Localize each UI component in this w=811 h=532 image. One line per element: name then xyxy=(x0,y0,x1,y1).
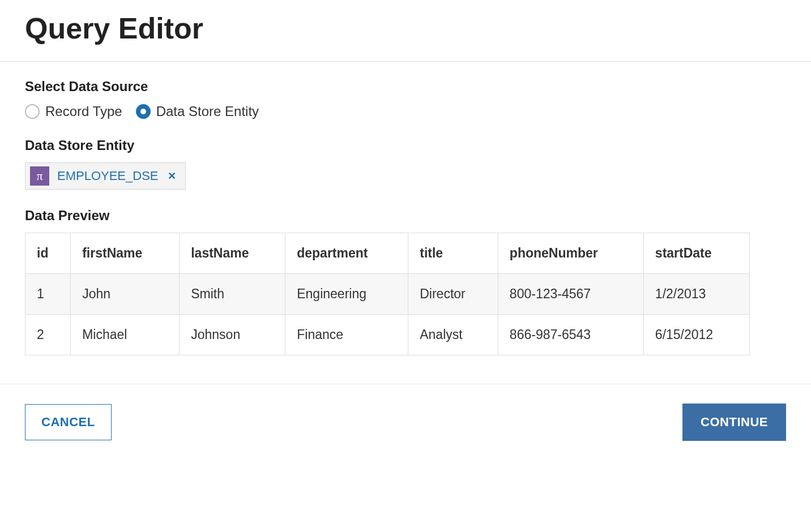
col-lastname: lastName xyxy=(180,233,285,274)
footer: CANCEL CONTINUE xyxy=(0,384,811,460)
cell-startdate: 1/2/2013 xyxy=(643,274,749,315)
cell-title: Director xyxy=(408,274,498,315)
cell-id: 2 xyxy=(25,315,71,355)
preview-label: Data Preview xyxy=(25,208,786,224)
cell-phonenumber: 866-987-6543 xyxy=(498,315,643,355)
cell-lastname: Johnson xyxy=(180,315,285,355)
radio-record-type[interactable]: Record Type xyxy=(25,104,122,119)
close-icon[interactable]: ✕ xyxy=(167,170,177,182)
cell-phonenumber: 800-123-4567 xyxy=(498,274,643,315)
radio-data-store-entity-label: Data Store Entity xyxy=(156,104,259,119)
cell-lastname: Smith xyxy=(180,274,285,315)
cell-department: Engineering xyxy=(285,274,408,315)
entity-chip[interactable]: π EMPLOYEE_DSE ✕ xyxy=(25,162,186,190)
radio-checked-icon xyxy=(136,104,151,119)
cell-firstname: John xyxy=(71,274,180,315)
radio-unchecked-icon xyxy=(25,104,40,119)
radio-data-store-entity[interactable]: Data Store Entity xyxy=(136,104,259,119)
table-row: 1 John Smith Engineering Director 800-12… xyxy=(25,274,750,315)
preview-section: Data Preview id firstName lastName depar… xyxy=(25,208,786,355)
cell-startdate: 6/15/2012 xyxy=(643,315,749,355)
col-firstname: firstName xyxy=(71,233,180,274)
radio-inner-dot-icon xyxy=(140,109,146,114)
col-id: id xyxy=(25,233,71,274)
cell-title: Analyst xyxy=(408,315,498,355)
content: Select Data Source Record Type Data Stor… xyxy=(0,62,811,384)
entity-name: EMPLOYEE_DSE xyxy=(57,169,159,183)
pi-icon: π xyxy=(30,166,49,186)
col-phonenumber: phoneNumber xyxy=(498,233,643,274)
page-title: Query Editor xyxy=(25,11,786,45)
entity-section: Data Store Entity π EMPLOYEE_DSE ✕ xyxy=(25,138,786,190)
cell-id: 1 xyxy=(25,274,71,315)
col-startdate: startDate xyxy=(643,233,749,274)
cancel-button[interactable]: CANCEL xyxy=(25,404,112,440)
header: Query Editor xyxy=(0,0,811,62)
entity-label: Data Store Entity xyxy=(25,138,786,153)
cell-department: Finance xyxy=(285,315,408,355)
data-source-radio-group: Record Type Data Store Entity xyxy=(25,104,786,119)
cell-firstname: Michael xyxy=(71,315,180,355)
col-title: title xyxy=(408,233,498,274)
data-preview-table: id firstName lastName department title p… xyxy=(25,233,750,355)
col-department: department xyxy=(285,233,408,274)
data-source-label: Select Data Source xyxy=(25,79,786,95)
radio-record-type-label: Record Type xyxy=(45,104,122,119)
table-row: 2 Michael Johnson Finance Analyst 866-98… xyxy=(25,315,750,355)
continue-button[interactable]: CONTINUE xyxy=(682,404,786,441)
table-header-row: id firstName lastName department title p… xyxy=(25,233,750,274)
